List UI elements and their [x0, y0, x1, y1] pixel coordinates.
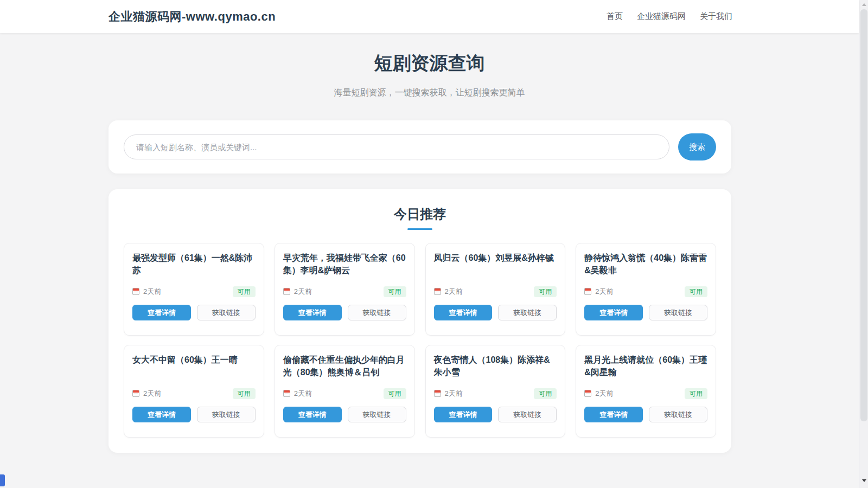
card-meta: 2天前 可用: [584, 388, 707, 399]
status-badge: 可用: [384, 286, 406, 297]
card-meta: 2天前 可用: [283, 286, 406, 297]
get-link-button[interactable]: 获取链接: [649, 305, 707, 320]
drama-card-grid: 最强发型师（61集）一然&陈沛苏 2天前 可用 查看详情 获取链接 早灾荒年，我…: [124, 243, 716, 438]
view-details-button[interactable]: 查看详情: [584, 305, 643, 320]
site-header: 企业猫源码网-www.qymao.cn 首页 企业猫源码网 关于我们: [0, 0, 859, 33]
status-badge: 可用: [233, 388, 256, 399]
view-details-button[interactable]: 查看详情: [132, 407, 191, 422]
drama-title: 女大不中留（60集）王一晴: [132, 354, 256, 367]
calendar-icon: [584, 390, 591, 397]
drama-title: 偷偷藏不住重生偏执少年的白月光（80集）熊奥博＆吕钊: [283, 354, 406, 378]
site-logo[interactable]: 企业猫源码网-www.qymao.cn: [108, 9, 276, 25]
date-label: 2天前: [143, 389, 161, 399]
drama-card: 黑月光上线请就位（60集）王瑾&闵星翰 2天前 可用 查看详情 获取链接: [576, 345, 716, 438]
nav-item-source-site[interactable]: 企业猫源码网: [637, 11, 686, 22]
get-link-button[interactable]: 获取链接: [498, 305, 557, 320]
view-details-button[interactable]: 查看详情: [132, 305, 191, 320]
card-date: 2天前: [434, 287, 463, 297]
drama-card: 最强发型师（61集）一然&陈沛苏 2天前 可用 查看详情 获取链接: [124, 243, 264, 336]
scrollbar-thumb[interactable]: [860, 9, 867, 421]
status-badge: 可用: [233, 286, 256, 297]
search-panel: 搜索: [108, 120, 731, 174]
card-actions: 查看详情 获取链接: [132, 305, 256, 320]
calendar-icon: [434, 390, 441, 397]
drama-card: 女大不中留（60集）王一晴 2天前 可用 查看详情 获取链接: [124, 345, 264, 438]
hero-section: 短剧资源查询 海量短剧资源，一键搜索获取，让短剧搜索更简单: [0, 33, 859, 99]
section-title-underline: [407, 228, 432, 230]
card-meta: 2天前 可用: [434, 388, 557, 399]
status-badge: 可用: [685, 286, 707, 297]
card-date: 2天前: [584, 287, 613, 297]
view-details-button[interactable]: 查看详情: [434, 305, 493, 320]
drama-card: 早灾荒年，我福娃带飞全家（60集）李明&萨钢云 2天前 可用 查看详情 获取链接: [275, 243, 415, 336]
browser-viewport: 企业猫源码网-www.qymao.cn 首页 企业猫源码网 关于我们 短剧资源查…: [0, 0, 859, 488]
status-badge: 可用: [685, 388, 707, 399]
calendar-icon: [283, 288, 290, 295]
card-date: 2天前: [434, 389, 463, 399]
date-label: 2天前: [294, 287, 312, 297]
nav-item-about[interactable]: 关于我们: [700, 11, 732, 22]
view-details-button[interactable]: 查看详情: [283, 305, 342, 320]
calendar-icon: [584, 288, 591, 295]
bottom-left-blue-chip: [0, 474, 5, 486]
scroll-down-arrow-icon[interactable]: [859, 476, 868, 485]
card-spacer: [283, 277, 406, 286]
card-spacer: [434, 265, 557, 286]
card-date: 2天前: [584, 389, 613, 399]
drama-title: 凤归云（60集）刘昱展&孙梓铖: [434, 252, 557, 265]
date-label: 2天前: [294, 389, 312, 399]
calendar-icon: [132, 288, 139, 295]
status-badge: 可用: [384, 388, 406, 399]
drama-card: 夜色寄情人（108集）陈添祥&朱小雪 2天前 可用 查看详情 获取链接: [425, 345, 566, 438]
page-title: 短剧资源查询: [0, 51, 859, 76]
card-meta: 2天前 可用: [584, 286, 707, 297]
card-spacer: [132, 277, 256, 286]
card-actions: 查看详情 获取链接: [132, 407, 256, 422]
card-date: 2天前: [283, 389, 312, 399]
get-link-button[interactable]: 获取链接: [197, 407, 256, 422]
status-badge: 可用: [534, 286, 557, 297]
date-label: 2天前: [595, 287, 613, 297]
date-label: 2天前: [445, 389, 463, 399]
card-date: 2天前: [283, 287, 312, 297]
card-spacer: [132, 367, 256, 388]
vertical-scrollbar[interactable]: [859, 0, 868, 488]
get-link-button[interactable]: 获取链接: [348, 305, 406, 320]
scroll-up-arrow-icon[interactable]: [859, 0, 868, 9]
recommend-panel: 今日推荐 最强发型师（61集）一然&陈沛苏 2天前 可用 查看详情 获取链接 早…: [108, 189, 731, 453]
card-meta: 2天前 可用: [132, 388, 256, 399]
card-actions: 查看详情 获取链接: [434, 305, 557, 320]
drama-card: 偷偷藏不住重生偏执少年的白月光（80集）熊奥博＆吕钊 2天前 可用 查看详情 获…: [275, 345, 415, 438]
drama-title: 早灾荒年，我福娃带飞全家（60集）李明&萨钢云: [283, 252, 406, 277]
view-details-button[interactable]: 查看详情: [584, 407, 643, 422]
get-link-button[interactable]: 获取链接: [348, 407, 406, 422]
get-link-button[interactable]: 获取链接: [649, 407, 707, 422]
date-label: 2天前: [595, 389, 613, 399]
view-details-button[interactable]: 查看详情: [283, 407, 342, 422]
card-meta: 2天前 可用: [434, 286, 557, 297]
card-spacer: [434, 378, 557, 388]
card-spacer: [584, 378, 707, 388]
search-input[interactable]: [124, 134, 669, 159]
drama-title: 黑月光上线请就位（60集）王瑾&闵星翰: [584, 354, 707, 378]
main-nav: 首页 企业猫源码网 关于我们: [607, 11, 732, 22]
calendar-icon: [132, 390, 139, 397]
card-actions: 查看详情 获取链接: [283, 305, 406, 320]
card-actions: 查看详情 获取链接: [584, 407, 707, 422]
drama-card: 凤归云（60集）刘昱展&孙梓铖 2天前 可用 查看详情 获取链接: [425, 243, 566, 336]
card-spacer: [283, 378, 406, 388]
calendar-icon: [283, 390, 290, 397]
card-spacer: [584, 277, 707, 286]
view-details-button[interactable]: 查看详情: [434, 407, 493, 422]
card-date: 2天前: [132, 389, 161, 399]
search-button[interactable]: 搜索: [678, 133, 716, 160]
get-link-button[interactable]: 获取链接: [498, 407, 557, 422]
get-link-button[interactable]: 获取链接: [197, 305, 256, 320]
card-date: 2天前: [132, 287, 161, 297]
drama-card: 静待惊鸿入翁慌（40集）陈雷雷&吴毅非 2天前 可用 查看详情 获取链接: [576, 243, 716, 336]
calendar-icon: [434, 288, 441, 295]
nav-item-home[interactable]: 首页: [607, 11, 623, 22]
drama-title: 静待惊鸿入翁慌（40集）陈雷雷&吴毅非: [584, 252, 707, 277]
card-actions: 查看详情 获取链接: [434, 407, 557, 422]
drama-title: 夜色寄情人（108集）陈添祥&朱小雪: [434, 354, 557, 378]
